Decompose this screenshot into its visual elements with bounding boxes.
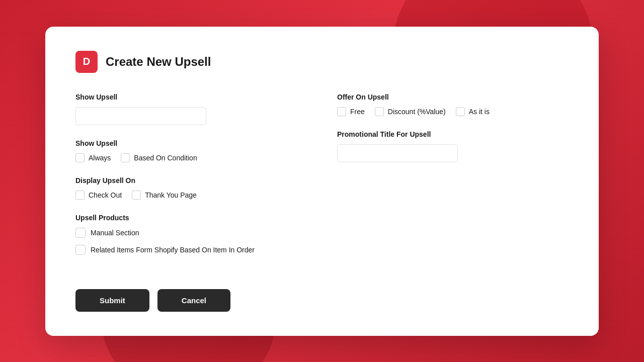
- free-label: Free: [350, 108, 365, 116]
- related-items-label: Related Items Form Shopify Based On Item…: [91, 246, 255, 254]
- manual-section-label: Manual Section: [91, 229, 139, 237]
- display-upsell-group: Display Upsell On Check Out Thank You Pa…: [75, 176, 307, 200]
- create-upsell-modal: D Create New Upsell Show Upsell Show Ups…: [45, 27, 599, 336]
- thank-you-radio[interactable]: [132, 191, 141, 200]
- promo-title-input[interactable]: [337, 144, 458, 162]
- thank-you-option[interactable]: Thank You Page: [132, 191, 197, 200]
- form-left: Show Upsell Show Upsell Always Based On …: [75, 93, 307, 269]
- app-logo: D: [75, 51, 98, 73]
- based-on-condition-label: Based On Condition: [134, 154, 197, 162]
- always-option[interactable]: Always: [75, 153, 111, 162]
- page-title: Create New Upsell: [106, 55, 211, 69]
- show-upsell-options-group: Show Upsell Always Based On Condition: [75, 139, 307, 162]
- always-radio[interactable]: [75, 153, 85, 162]
- offer-upsell-group: Offer On Upsell Free Discount (%Value) A…: [337, 93, 569, 116]
- offer-upsell-label: Offer On Upsell: [337, 93, 569, 101]
- show-upsell-options-label: Show Upsell: [75, 139, 307, 147]
- offer-radio-group: Free Discount (%Value) As it is: [337, 107, 569, 116]
- based-on-condition-radio[interactable]: [121, 153, 130, 162]
- as-is-label: As it is: [469, 108, 490, 116]
- discount-radio[interactable]: [375, 107, 384, 116]
- display-upsell-label: Display Upsell On: [75, 176, 307, 185]
- manual-section-option[interactable]: Manual Section: [75, 228, 307, 238]
- checkout-label: Check Out: [89, 191, 122, 199]
- related-items-option[interactable]: Related Items Form Shopify Based On Item…: [75, 245, 307, 255]
- display-upsell-radio-group: Check Out Thank You Page: [75, 191, 307, 200]
- as-is-radio[interactable]: [456, 107, 465, 116]
- based-on-condition-option[interactable]: Based On Condition: [121, 153, 197, 162]
- as-is-option[interactable]: As it is: [456, 107, 490, 116]
- always-label: Always: [89, 154, 111, 162]
- upsell-products-group: Upsell Products Manual Section Related I…: [75, 214, 307, 255]
- show-upsell-radio-group: Always Based On Condition: [75, 153, 307, 162]
- discount-option[interactable]: Discount (%Value): [375, 107, 446, 116]
- show-upsell-input-group: Show Upsell: [75, 93, 307, 125]
- submit-button[interactable]: Submit: [75, 289, 149, 312]
- promo-title-group: Promotional Title For Upsell: [337, 130, 569, 162]
- promo-title-label: Promotional Title For Upsell: [337, 130, 569, 138]
- discount-label: Discount (%Value): [388, 108, 446, 116]
- form-footer: Submit Cancel: [75, 289, 569, 312]
- upsell-products-label: Upsell Products: [75, 214, 307, 222]
- modal-header: D Create New Upsell: [75, 51, 569, 73]
- cancel-button[interactable]: Cancel: [157, 289, 230, 312]
- related-items-checkbox[interactable]: [75, 245, 86, 255]
- thank-you-label: Thank You Page: [145, 191, 197, 199]
- show-upsell-input[interactable]: [75, 107, 206, 125]
- checkout-radio[interactable]: [75, 191, 85, 200]
- form-content: Show Upsell Show Upsell Always Based On …: [75, 93, 569, 269]
- manual-section-checkbox[interactable]: [75, 228, 86, 238]
- free-radio[interactable]: [337, 107, 346, 116]
- checkout-option[interactable]: Check Out: [75, 191, 122, 200]
- free-option[interactable]: Free: [337, 107, 365, 116]
- form-right: Offer On Upsell Free Discount (%Value) A…: [337, 93, 569, 269]
- show-upsell-input-label: Show Upsell: [75, 93, 307, 101]
